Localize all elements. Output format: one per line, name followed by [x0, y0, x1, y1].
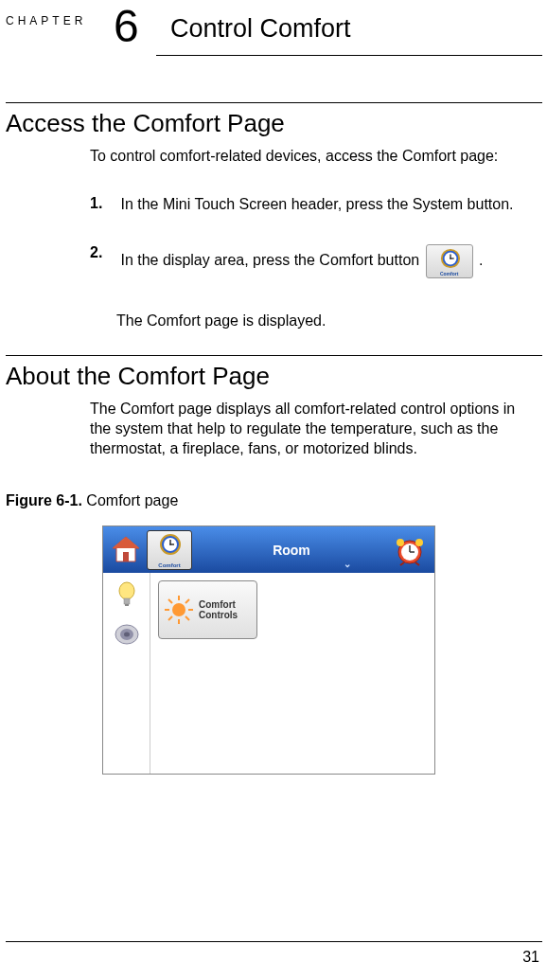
svg-line-34 [168, 616, 172, 620]
section-title-about: About the Comfort Page [6, 362, 270, 391]
chapter-rule [156, 55, 542, 56]
svg-line-20 [415, 562, 419, 565]
step-2: 2. In the display area, press the Comfor… [90, 244, 535, 278]
lighting-button[interactable] [111, 579, 143, 611]
room-label: Room [273, 543, 310, 558]
svg-point-27 [172, 603, 185, 616]
comfort-button-label: Comfort [148, 562, 191, 568]
svg-line-35 [185, 599, 189, 603]
svg-point-26 [124, 633, 130, 637]
main-area: Comfort Controls [150, 573, 434, 774]
section-title-access: Access the Comfort Page [6, 109, 285, 138]
section-body-text: The Comfort page displays all comfort-re… [90, 400, 535, 458]
svg-rect-22 [124, 598, 130, 604]
svg-point-18 [415, 539, 423, 546]
step-2-result-text: The Comfort page is displayed. [116, 312, 326, 330]
figure-number: Figure 6-1. [6, 492, 82, 508]
section-divider [6, 102, 542, 103]
comfort-clock-icon [159, 533, 182, 556]
sun-icon [163, 594, 195, 626]
chevron-down-icon: ⌄ [344, 559, 351, 569]
chapter-label: CHAPTER [6, 14, 86, 27]
step-text: In the display area, press the Comfort b… [120, 244, 532, 278]
figure-caption: Figure 6-1. Comfort page [6, 492, 178, 509]
comfort-button-inline: Comfort [426, 244, 473, 278]
comfort-controls-line2: Controls [199, 610, 238, 620]
comfort-button-titlebar[interactable]: Comfort [147, 530, 192, 570]
home-icon [107, 531, 145, 569]
comfort-page-screenshot: Comfort Room ⌄ [102, 526, 435, 775]
svg-rect-23 [125, 604, 129, 606]
speaker-icon [111, 618, 143, 650]
step-1: 1. In the Mini Touch Screen header, pres… [90, 195, 535, 215]
titlebar: Comfort Room ⌄ [103, 526, 434, 573]
svg-line-33 [185, 616, 189, 620]
footer-rule [6, 941, 542, 942]
alarm-clock-icon [391, 531, 429, 569]
svg-marker-6 [113, 537, 139, 548]
svg-rect-7 [123, 552, 129, 561]
chapter-title: Control Comfort [170, 14, 351, 44]
section-divider [6, 355, 542, 356]
comfort-controls-line1: Comfort [199, 599, 236, 610]
svg-point-4 [450, 258, 451, 259]
step-2-text-after: . [479, 252, 483, 268]
svg-point-17 [397, 539, 404, 546]
chapter-number: 6 [114, 0, 139, 52]
home-button[interactable] [107, 531, 145, 569]
figure-title: Comfort page [82, 492, 178, 508]
step-number: 2. [90, 244, 116, 261]
alarm-button[interactable] [391, 531, 429, 569]
step-text: In the Mini Touch Screen header, press t… [120, 195, 532, 215]
svg-point-12 [169, 543, 171, 545]
screenshot-body: Comfort Controls [103, 573, 434, 774]
comfort-clock-icon [440, 248, 461, 269]
lightbulb-icon [111, 579, 143, 611]
comfort-button-label: Comfort [427, 271, 472, 277]
comfort-controls-button[interactable]: Comfort Controls [158, 580, 257, 639]
sidebar [103, 573, 150, 774]
section-intro-text: To control comfort-related devices, acce… [90, 147, 535, 167]
svg-point-21 [119, 582, 134, 599]
audio-button[interactable] [111, 618, 143, 650]
comfort-controls-label: Comfort Controls [199, 599, 238, 620]
svg-line-32 [168, 599, 172, 603]
step-number: 1. [90, 195, 116, 212]
step-2-text-before: In the display area, press the Comfort b… [120, 252, 419, 268]
room-selector[interactable]: Room ⌄ [192, 543, 391, 558]
page-number: 31 [522, 949, 539, 966]
svg-line-19 [400, 562, 404, 565]
